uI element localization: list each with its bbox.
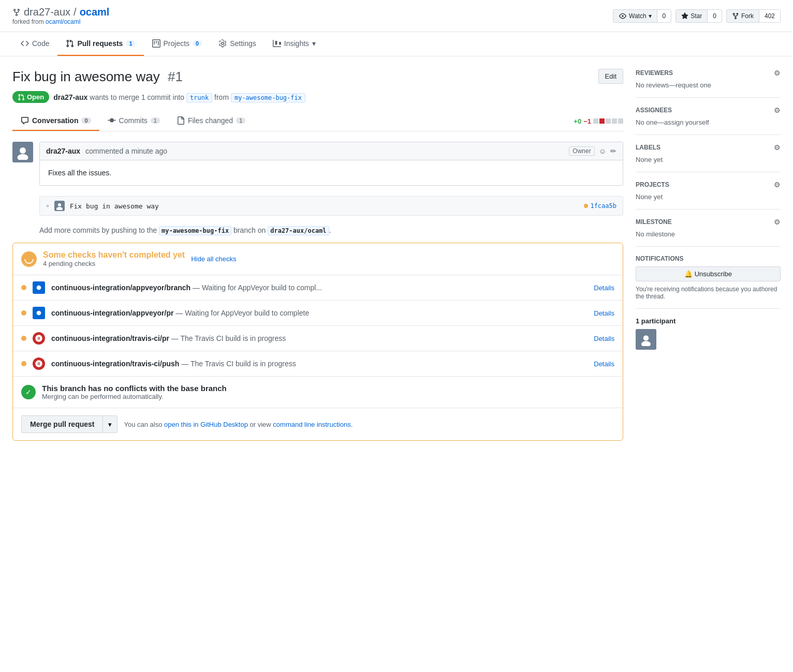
- comment-header-left: dra27-aux commented a minute ago: [46, 147, 167, 155]
- pr-tabs: Conversation 0 Commits 1 Files changed 1…: [12, 111, 623, 131]
- travis-icon-1: [33, 332, 45, 345]
- repo-name[interactable]: ocaml: [80, 6, 110, 18]
- tab-files-changed[interactable]: Files changed 1: [168, 111, 254, 131]
- sidebar-notifications-header: Notifications: [636, 255, 781, 262]
- check-details-1[interactable]: Details: [594, 284, 614, 292]
- tab-commits[interactable]: Commits 1: [99, 111, 168, 131]
- unsubscribe-button[interactable]: 🔔 Unsubscribe: [636, 266, 781, 281]
- nav-projects-label: Projects: [164, 39, 190, 48]
- cli-link[interactable]: command line instructions: [273, 421, 350, 428]
- sidebar: Reviewers ⚙ No reviews—request one Assig…: [636, 69, 781, 449]
- check-desc-2: — Waiting for AppVeyor build to complete: [175, 309, 309, 317]
- assignees-gear-icon[interactable]: ⚙: [774, 106, 781, 114]
- assignees-value: No one—assign yourself: [636, 118, 781, 126]
- diff-sq-1: [593, 118, 598, 124]
- fork-label: Fork: [741, 12, 754, 20]
- main-container: Fix bug in awesome way #1 Edit Open dra2…: [0, 56, 793, 461]
- sidebar-notifications: Notifications 🔔 Unsubscribe You're recei…: [636, 247, 781, 309]
- merge-button[interactable]: Merge pull request: [21, 415, 102, 433]
- files-icon: [177, 116, 185, 125]
- projects-value: None yet: [636, 193, 781, 201]
- pr-author: dra27-aux wants to merge 1 commit into t…: [53, 93, 305, 101]
- sidebar-assignees: Assignees ⚙ No one—assign yourself: [636, 98, 781, 135]
- comment-body: Fixes all the issues.: [40, 160, 623, 185]
- fork-button[interactable]: Fork: [727, 10, 759, 22]
- projects-gear-icon[interactable]: ⚙: [774, 181, 781, 189]
- diff-sq-2: [599, 118, 605, 124]
- star-label: Star: [691, 12, 702, 20]
- checks-header: Some checks haven't completed yet 4 pend…: [13, 243, 623, 275]
- appveyor-logo-1: [35, 284, 42, 291]
- fork-info-link[interactable]: ocaml/ocaml: [46, 18, 80, 25]
- check-item-1: continuous-integration/appveyor/branch —…: [13, 275, 623, 301]
- commit-sha: 1fcaa5b: [584, 202, 616, 210]
- emoji-button[interactable]: ☺: [599, 147, 606, 155]
- participant-avatar-1[interactable]: [636, 329, 656, 350]
- watch-button[interactable]: Watch ▾: [613, 10, 657, 22]
- sidebar-projects-header: Projects ⚙: [636, 181, 781, 189]
- sidebar-assignees-header: Assignees ⚙: [636, 106, 781, 114]
- nav-settings-label: Settings: [230, 39, 256, 48]
- tab-files-label: Files changed: [188, 116, 233, 125]
- check-desc-3: — The Travis CI build is in progress: [171, 334, 286, 342]
- tab-conversation-badge: 0: [81, 117, 91, 124]
- check-name-text-1: continuous-integration/appveyor/branch: [51, 283, 190, 292]
- checks-container: Some checks haven't completed yet 4 pend…: [12, 243, 623, 441]
- star-button[interactable]: Star: [676, 10, 707, 22]
- comment-box: dra27-aux commented a minute ago Owner ☺…: [39, 142, 623, 186]
- check-desc-1: — Waiting for AppVeyor build to compl...: [193, 283, 322, 292]
- check-desc-4: — The Travis CI build is in progress: [181, 360, 296, 368]
- repo-owner[interactable]: dra27-aux: [24, 6, 70, 18]
- nav-projects[interactable]: Projects 0: [144, 32, 211, 56]
- comment-author[interactable]: dra27-aux: [46, 147, 80, 155]
- svg-point-7: [643, 335, 649, 340]
- notification-text: You're receiving notifications because y…: [636, 286, 781, 300]
- checks-spinner-icon: [21, 251, 37, 267]
- check-details-2[interactable]: Details: [594, 309, 614, 317]
- labels-gear-icon[interactable]: ⚙: [774, 143, 781, 152]
- pr-merge-desc: wants to merge 1 commit into: [90, 93, 186, 101]
- open-badge: Open: [12, 91, 49, 103]
- tab-commits-badge: 1: [151, 117, 160, 124]
- edit-button[interactable]: Edit: [598, 69, 623, 84]
- reviewers-gear-icon[interactable]: ⚙: [774, 69, 781, 77]
- edit-comment-button[interactable]: ✏: [610, 147, 616, 155]
- tab-conversation-label: Conversation: [32, 116, 78, 125]
- merge-btn-group: Merge pull request ▾: [21, 415, 118, 433]
- pr-meta: Open dra27-aux wants to merge 1 commit i…: [12, 91, 623, 103]
- pr-base-branch: trunk: [186, 93, 212, 102]
- milestone-gear-icon[interactable]: ⚙: [774, 218, 781, 226]
- checks-title-area: Some checks haven't completed yet 4 pend…: [43, 250, 185, 267]
- svg-point-2: [58, 203, 61, 206]
- hide-checks-button[interactable]: Hide all checks: [191, 255, 236, 263]
- open-desktop-link[interactable]: open this in GitHub Desktop: [164, 421, 248, 428]
- merge-desc: You can also open this in GitHub Desktop…: [124, 421, 353, 428]
- commit-sha-link[interactable]: 1fcaa5b: [590, 202, 616, 210]
- pr-author-link[interactable]: dra27-aux: [53, 93, 87, 101]
- merge-dropdown-button[interactable]: ▾: [102, 415, 118, 433]
- appveyor-icon-2: [33, 307, 45, 319]
- check-dot-1: [21, 285, 26, 290]
- diff-add: +0: [574, 117, 581, 125]
- nav-insights[interactable]: Insights ▾: [265, 32, 324, 56]
- settings-icon: [218, 39, 227, 48]
- repo-ref[interactable]: dra27-aux/ocaml: [268, 226, 329, 235]
- pr-open-icon: [18, 94, 25, 101]
- nav-settings[interactable]: Settings: [210, 32, 265, 56]
- diff-remove: −1: [583, 117, 591, 125]
- check-dot-3: [21, 336, 26, 341]
- comment-wrapper: dra27-aux commented a minute ago Owner ☺…: [12, 142, 623, 186]
- commit-message[interactable]: Fix bug in awesome way: [70, 202, 579, 210]
- pr-head-branch: my-awesome-bug-fix: [231, 93, 305, 102]
- eye-icon: [619, 12, 627, 20]
- nav-pull-requests[interactable]: Pull requests 1: [57, 32, 143, 56]
- sidebar-reviewers: Reviewers ⚙ No reviews—request one: [636, 69, 781, 98]
- check-details-4[interactable]: Details: [594, 360, 614, 368]
- nav-pr-badge: 1: [126, 40, 135, 47]
- tab-conversation[interactable]: Conversation 0: [12, 111, 99, 131]
- content-area: Fix bug in awesome way #1 Edit Open dra2…: [12, 69, 623, 449]
- check-details-3[interactable]: Details: [594, 335, 614, 342]
- travis-icon-2: [33, 357, 45, 370]
- nav-code[interactable]: Code: [12, 32, 57, 56]
- nav-pr-label: Pull requests: [77, 39, 123, 48]
